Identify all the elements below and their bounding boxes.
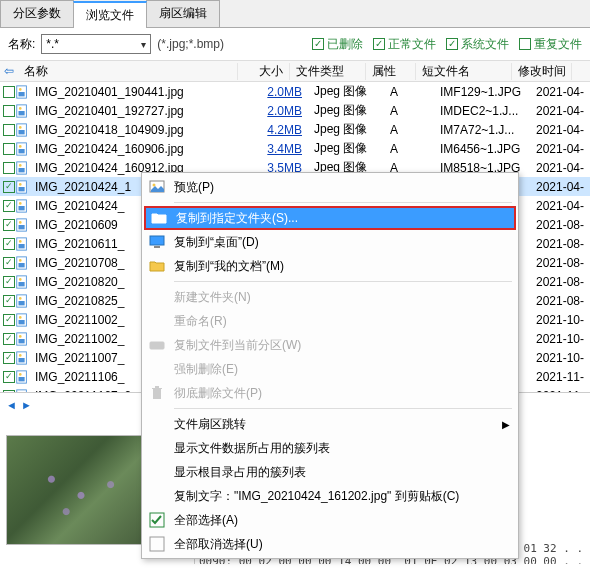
svg-rect-59 bbox=[150, 236, 164, 245]
svg-rect-37 bbox=[19, 320, 25, 324]
row-checkbox[interactable]: ✓ bbox=[3, 295, 15, 307]
menu-item[interactable]: 复制到“桌面”(D) bbox=[144, 230, 516, 254]
menu-separator bbox=[174, 281, 512, 282]
svg-point-47 bbox=[19, 373, 22, 376]
file-mtime: 2021-11- bbox=[530, 370, 590, 384]
menu-item[interactable]: 预览(P) bbox=[144, 175, 516, 199]
menu-item[interactable]: 复制到“我的文档”(M) bbox=[144, 254, 516, 278]
file-name: IMG_20210401_190441.jpg bbox=[29, 85, 256, 99]
col-short[interactable]: 短文件名 bbox=[416, 63, 512, 80]
svg-point-41 bbox=[19, 335, 22, 338]
file-icon bbox=[15, 199, 29, 213]
menu-label: 复制到“桌面”(D) bbox=[174, 234, 498, 251]
svg-point-26 bbox=[19, 240, 22, 243]
row-checkbox[interactable]: ✓ bbox=[3, 162, 15, 174]
menu-item[interactable]: 复制到指定文件夹(S)... bbox=[144, 206, 516, 230]
file-icon bbox=[15, 123, 29, 137]
filter-check-0[interactable]: ✓已删除 bbox=[312, 36, 363, 53]
row-checkbox[interactable]: ✓ bbox=[3, 124, 15, 136]
row-checkbox[interactable]: ✓ bbox=[3, 314, 15, 326]
file-size[interactable]: 2.0MB bbox=[256, 85, 308, 99]
table-header: ⇦ 名称 大小 文件类型 属性 短文件名 修改时间 bbox=[0, 60, 590, 82]
table-row[interactable]: ✓ IMG_20210401_192727.jpg 2.0MB Jpeg 图像 … bbox=[0, 101, 590, 120]
file-icon bbox=[15, 85, 29, 99]
file-name: IMG_20210418_104909.jpg bbox=[29, 123, 256, 137]
menu-item[interactable]: 显示文件数据所占用的簇列表 bbox=[144, 436, 516, 460]
svg-rect-48 bbox=[17, 389, 27, 392]
file-shortname: IMF129~1.JPG bbox=[434, 85, 530, 99]
menu-label: 显示根目录占用的簇列表 bbox=[174, 464, 498, 481]
menu-label: 复制到“我的文档”(M) bbox=[174, 258, 498, 275]
col-name[interactable]: 名称 bbox=[18, 63, 238, 80]
filter-check-1[interactable]: ✓正常文件 bbox=[373, 36, 436, 53]
row-checkbox[interactable]: ✓ bbox=[3, 257, 15, 269]
row-checkbox[interactable]: ✓ bbox=[3, 333, 15, 345]
col-type[interactable]: 文件类型 bbox=[290, 63, 366, 80]
row-checkbox[interactable]: ✓ bbox=[3, 86, 15, 98]
svg-point-17 bbox=[19, 183, 22, 186]
file-icon bbox=[15, 370, 29, 384]
svg-rect-40 bbox=[19, 339, 25, 343]
file-attr: A bbox=[384, 85, 434, 99]
row-checkbox[interactable]: ✓ bbox=[3, 276, 15, 288]
table-row[interactable]: ✓ IMG_20210418_104909.jpg 4.2MB Jpeg 图像 … bbox=[0, 120, 590, 139]
svg-point-11 bbox=[19, 145, 22, 148]
name-filter-combo[interactable]: *.* ▾ bbox=[41, 34, 151, 54]
table-row[interactable]: ✓ IMG_20210424_160906.jpg 3.4MB Jpeg 图像 … bbox=[0, 139, 590, 158]
menu-item[interactable]: 全部取消选择(U) bbox=[144, 532, 516, 556]
col-size[interactable]: 大小 bbox=[238, 63, 290, 80]
trash-icon bbox=[148, 384, 166, 402]
file-icon bbox=[15, 389, 29, 393]
menu-label: 重命名(R) bbox=[174, 313, 498, 330]
tab-browse-files[interactable]: 浏览文件 bbox=[73, 1, 147, 28]
svg-point-62 bbox=[161, 345, 163, 347]
row-checkbox[interactable]: ✓ bbox=[3, 352, 15, 364]
col-mtime[interactable]: 修改时间 bbox=[512, 63, 572, 80]
svg-rect-13 bbox=[19, 168, 25, 172]
svg-point-38 bbox=[19, 316, 22, 319]
tab-partition-params[interactable]: 分区参数 bbox=[0, 0, 74, 27]
file-size[interactable]: 3.4MB bbox=[256, 142, 308, 156]
menu-item[interactable]: 显示根目录占用的簇列表 bbox=[144, 460, 516, 484]
row-checkbox[interactable]: ✓ bbox=[3, 181, 15, 193]
row-checkbox[interactable]: ✓ bbox=[3, 371, 15, 383]
nav-right-icon[interactable]: ► bbox=[21, 399, 32, 411]
row-checkbox[interactable]: ✓ bbox=[3, 219, 15, 231]
checkbox-icon bbox=[519, 38, 531, 50]
blank-icon bbox=[148, 360, 166, 378]
row-checkbox[interactable]: ✓ bbox=[3, 390, 15, 393]
filter-check-2[interactable]: ✓系统文件 bbox=[446, 36, 509, 53]
row-checkbox[interactable]: ✓ bbox=[3, 143, 15, 155]
svg-point-44 bbox=[19, 354, 22, 357]
file-mtime: 2021-08- bbox=[530, 256, 590, 270]
file-attr: A bbox=[384, 123, 434, 137]
checkbox-icon: ✓ bbox=[312, 38, 324, 50]
row-checkbox[interactable]: ✓ bbox=[3, 200, 15, 212]
file-size[interactable]: 4.2MB bbox=[256, 123, 308, 137]
menu-item[interactable]: 全部选择(A) bbox=[144, 508, 516, 532]
menu-item[interactable]: 文件扇区跳转 ▶ bbox=[144, 412, 516, 436]
svg-rect-34 bbox=[19, 301, 25, 305]
filter-check-3[interactable]: 重复文件 bbox=[519, 36, 582, 53]
menu-item[interactable]: 复制文字："IMG_20210424_161202.jpg" 到剪贴板(C) bbox=[144, 484, 516, 508]
tab-sector-edit[interactable]: 扇区编辑 bbox=[146, 0, 220, 27]
uncheck-icon bbox=[148, 535, 166, 553]
file-mtime: 2021-04- bbox=[530, 142, 590, 156]
row-checkbox[interactable]: ✓ bbox=[3, 105, 15, 117]
file-shortname: IM6456~1.JPG bbox=[434, 142, 530, 156]
name-filter-value: *.* bbox=[46, 37, 141, 51]
row-checkbox[interactable]: ✓ bbox=[3, 238, 15, 250]
menu-label: 强制删除(E) bbox=[174, 361, 498, 378]
svg-rect-22 bbox=[19, 225, 25, 229]
file-type: Jpeg 图像 bbox=[308, 140, 384, 157]
nav-back-icon[interactable]: ⇦ bbox=[0, 64, 18, 78]
file-size[interactable]: 2.0MB bbox=[256, 104, 308, 118]
svg-rect-46 bbox=[19, 377, 25, 381]
nav-left-icon[interactable]: ◄ bbox=[6, 399, 17, 411]
ext-hint: (*.jpg;*.bmp) bbox=[157, 37, 224, 51]
col-attr[interactable]: 属性 bbox=[366, 63, 416, 80]
table-row[interactable]: ✓ IMG_20210401_190441.jpg 2.0MB Jpeg 图像 … bbox=[0, 82, 590, 101]
file-mtime: 2021-10- bbox=[530, 332, 590, 346]
menu-label: 全部取消选择(U) bbox=[174, 536, 498, 553]
file-icon bbox=[15, 180, 29, 194]
